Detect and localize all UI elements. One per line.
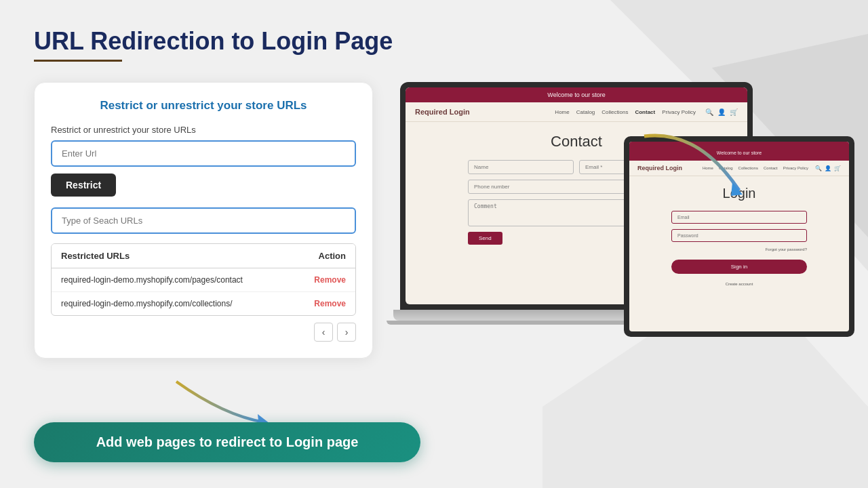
url-card: Restrict or unrestrict your store URLs R… <box>34 82 373 359</box>
col-url-header: Restricted URLs <box>61 251 292 261</box>
store-welcome-text: Welcome to our store <box>547 92 605 98</box>
table-header: Restricted URLs Action <box>52 244 355 268</box>
page-title: URL Redirection to Login Page <box>34 27 834 56</box>
pagination: ‹ › <box>51 323 356 342</box>
col-action-header: Action <box>292 251 346 261</box>
title-underline <box>34 60 122 62</box>
card-title: Restrict or unrestrict your store URLs <box>51 99 356 113</box>
url-table: Restricted URLs Action required-login-de… <box>51 243 356 316</box>
login-store-icons: 🔍 👤 🛒 <box>815 165 841 171</box>
account-icon: 👤 <box>717 108 726 116</box>
left-panel: Restrict or unrestrict your store URLs R… <box>34 82 373 462</box>
login-cart-icon: 🛒 <box>834 165 841 171</box>
url-input[interactable] <box>51 140 356 167</box>
prev-page-button[interactable]: ‹ <box>314 323 333 342</box>
store-nav-privacy: Privacy Policy <box>662 109 696 115</box>
remove-button-2[interactable]: Remove <box>292 299 346 308</box>
create-account-link[interactable]: Create account <box>671 282 807 286</box>
row-url-1: required-login-demo.myshopify.com/pages/… <box>61 275 292 285</box>
store-nav-contact: Contact <box>635 109 655 115</box>
sign-in-button[interactable]: Sign in <box>671 260 807 274</box>
search-input[interactable] <box>51 207 356 234</box>
store-menu: Home Catalog Collections Contact Privacy… <box>555 109 696 115</box>
table-row: required-login-demo.myshopify.com/pages/… <box>52 268 355 292</box>
redirect-arrow <box>631 123 766 231</box>
store-icons: 🔍 👤 🛒 <box>705 108 738 116</box>
section-label: Restrict or unrestrict your store URLs <box>51 125 356 135</box>
send-button[interactable]: Send <box>468 232 502 245</box>
login-account-icon: 👤 <box>825 165 831 171</box>
arrow-decoration <box>170 375 278 429</box>
store-welcome-bar: Welcome to our store <box>406 87 747 102</box>
store-logo: Required Login <box>415 108 470 116</box>
search-icon: 🔍 <box>705 108 713 116</box>
cart-icon: 🛒 <box>730 108 738 116</box>
next-page-button[interactable]: › <box>337 323 356 342</box>
main-layout: Restrict or unrestrict your store URLs R… <box>34 82 834 462</box>
forgot-password-link[interactable]: Forgot your password? <box>671 247 807 251</box>
store-nav-home: Home <box>555 109 569 115</box>
store-header: Required Login Home Catalog Collections … <box>406 102 747 122</box>
login-search-icon: 🔍 <box>815 165 822 171</box>
cta-button[interactable]: Add web pages to redirect to Login page <box>34 422 420 462</box>
remove-button-1[interactable]: Remove <box>292 275 346 285</box>
page-wrapper: URL Redirection to Login Page Restrict o… <box>0 0 868 488</box>
right-panel: Welcome to our store Required Login Home… <box>400 82 834 455</box>
login-nav-privacy: Privacy Policy <box>783 166 808 170</box>
restrict-button[interactable]: Restrict <box>51 174 116 197</box>
table-row: required-login-demo.myshopify.com/collec… <box>52 292 355 315</box>
contact-name-input[interactable] <box>468 160 574 174</box>
cta-section: Add web pages to redirect to Login page <box>34 375 373 462</box>
store-nav-catalog: Catalog <box>576 109 595 115</box>
row-url-2: required-login-demo.myshopify.com/collec… <box>61 299 292 308</box>
store-nav-collections: Collections <box>601 109 628 115</box>
